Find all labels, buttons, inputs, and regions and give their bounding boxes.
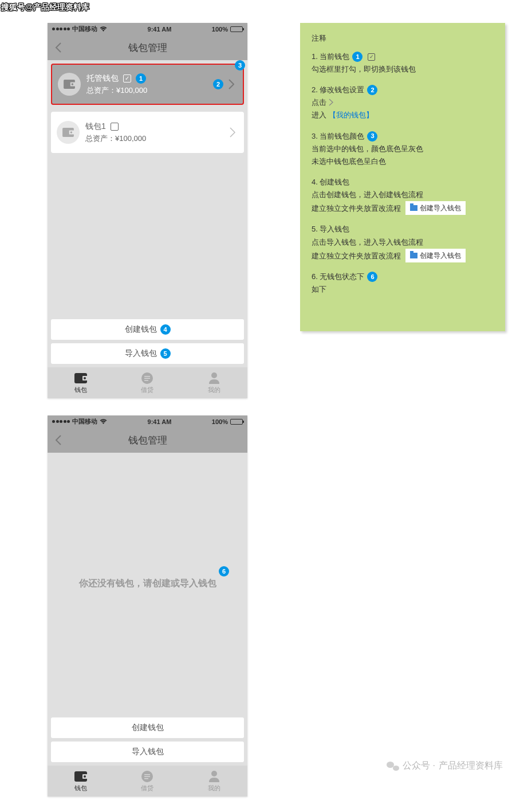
- my-wallet-link[interactable]: 【我的钱包】: [329, 111, 373, 119]
- ann-body: 如下: [312, 283, 494, 296]
- annotation-badge-6: 6: [367, 272, 377, 282]
- create-wallet-label: 创建钱包: [132, 723, 164, 733]
- folder-tag: 创建导入钱包: [405, 201, 466, 215]
- wallet-name: 钱包1: [85, 121, 106, 132]
- annotation-panel: 注释 1. 当前钱包 1 ✓ 勾选框里打勾，即切换到该钱包 2. 修改钱包设置 …: [300, 23, 505, 331]
- wallet-card-unselected[interactable]: 钱包1 总资产：¥100,000: [51, 112, 244, 153]
- nav-title: 钱包管理: [128, 434, 167, 447]
- watermark-bottom-prefix: 公众号 ·: [403, 760, 435, 772]
- annotation-title: 注释: [312, 32, 494, 45]
- svg-rect-20: [144, 778, 148, 779]
- import-wallet-button[interactable]: 导入钱包 5: [51, 343, 244, 364]
- carrier-label: 中国移动: [72, 417, 97, 426]
- create-wallet-button[interactable]: 创建钱包: [51, 717, 244, 738]
- annotation-item-4: 4. 创建钱包 点击创建钱包，进入创建钱包流程 建立独立文件夹放置改流程 创建导…: [312, 176, 494, 215]
- chevron-right-icon[interactable]: [226, 76, 237, 93]
- tab-bar: 钱包 借贷 我的: [48, 766, 247, 797]
- annotation-badge-1: 1: [136, 73, 146, 84]
- annotation-badge-4: 4: [160, 324, 171, 335]
- annotation-badge-3: 3: [235, 60, 245, 70]
- ann-body: 点击导入钱包，进入导入钱包流程: [312, 236, 494, 249]
- folder-tag: 创建导入钱包: [405, 249, 466, 262]
- empty-msg-text: 你还没有钱包，请创建或导入钱包: [79, 578, 216, 590]
- person-icon: [207, 770, 221, 783]
- status-bar: 中国移动 9:41 AM 100%: [48, 415, 247, 427]
- wallet-checkbox-unchecked[interactable]: [111, 123, 119, 131]
- svg-point-13: [211, 372, 217, 378]
- battery-icon: [230, 419, 243, 425]
- back-button[interactable]: [52, 39, 65, 56]
- tab-me[interactable]: 我的: [181, 367, 247, 398]
- wallet-card-selected[interactable]: 3 托管钱包 ✓ 1 总资产：¥100,000 2: [51, 64, 244, 105]
- ann-head-text: 2. 修改钱包设置: [312, 84, 364, 96]
- annotation-badge-2: 2: [367, 85, 377, 95]
- tab-loan-label: 借贷: [141, 784, 153, 793]
- tab-me-label: 我的: [208, 386, 220, 394]
- svg-point-8: [84, 377, 86, 379]
- back-button[interactable]: [52, 432, 65, 449]
- ann-body: 建立独立文件夹放置改流程: [312, 252, 401, 260]
- phone-mockup-wallet-list: 中国移动 9:41 AM 100% 钱包管理 3 托管钱包 ✓: [48, 23, 247, 398]
- wallet-icon: [74, 372, 88, 385]
- wallet-name: 托管钱包: [86, 73, 119, 84]
- annotation-item-1: 1. 当前钱包 1 ✓ 勾选框里打勾，即切换到该钱包: [312, 50, 494, 76]
- nav-title: 钱包管理: [128, 41, 167, 54]
- ann-body: 勾选框里打勾，即切换到该钱包: [312, 63, 494, 76]
- phone-mockup-empty-state: 中国移动 9:41 AM 100% 钱包管理 你还没有钱包，请创建或导入钱包 6…: [48, 415, 247, 797]
- wallet-checkbox-checked[interactable]: ✓: [123, 74, 131, 83]
- wallet-icon: [58, 73, 81, 96]
- import-wallet-label: 导入钱包: [125, 348, 157, 359]
- tab-loan[interactable]: 借贷: [114, 766, 180, 797]
- ann-body: 进入: [312, 111, 326, 119]
- tab-me[interactable]: 我的: [181, 766, 247, 797]
- tab-wallet[interactable]: 钱包: [48, 367, 114, 398]
- chevron-right-icon[interactable]: [227, 124, 238, 141]
- person-icon: [207, 372, 221, 385]
- carrier-label: 中国移动: [72, 25, 97, 33]
- tab-wallet-label: 钱包: [74, 784, 87, 793]
- ann-head-text: 1. 当前钱包: [312, 50, 349, 63]
- wallet-icon: [74, 770, 88, 783]
- ann-body: 未选中钱包底色呈白色: [312, 155, 494, 168]
- annotation-badge-6: 6: [219, 566, 229, 576]
- svg-rect-10: [144, 376, 150, 377]
- svg-rect-18: [144, 774, 150, 775]
- annotation-badge-5: 5: [160, 348, 171, 359]
- battery-icon: [230, 26, 243, 32]
- checkbox-icon: ✓: [368, 53, 375, 61]
- tab-loan[interactable]: 借贷: [114, 367, 180, 398]
- ann-body: 点击创建钱包，进入创建钱包流程: [312, 189, 494, 201]
- folder-icon: [410, 205, 417, 211]
- assets-value: ¥100,000: [115, 134, 146, 143]
- watermark-bottom-name: 产品经理资料库: [439, 760, 503, 772]
- annotation-item-5: 5. 导入钱包 点击导入钱包，进入导入钱包流程 建立独立文件夹放置改流程 创建导…: [312, 223, 494, 262]
- tab-wallet[interactable]: 钱包: [48, 766, 114, 797]
- tab-loan-label: 借贷: [141, 386, 153, 394]
- import-wallet-button[interactable]: 导入钱包: [51, 742, 244, 762]
- annotation-item-3: 3. 当前钱包颜色 3 当前选中的钱包，颜色底色呈灰色 未选中钱包底色呈白色: [312, 130, 494, 168]
- assets-value: ¥100,000: [116, 86, 147, 95]
- svg-rect-12: [144, 380, 148, 381]
- assets-label: 总资产：: [86, 86, 116, 95]
- create-wallet-label: 创建钱包: [125, 324, 157, 335]
- nav-bar: 钱包管理: [48, 35, 247, 60]
- annotation-badge-1: 1: [352, 52, 363, 62]
- svg-point-21: [211, 771, 217, 776]
- signal-icon: [52, 420, 70, 423]
- wallet-icon: [57, 121, 80, 144]
- ann-head-text: 6. 无钱包状态下: [312, 270, 364, 283]
- ann-body: 建立独立文件夹放置改流程: [312, 204, 401, 213]
- folder-label: 创建导入钱包: [420, 250, 461, 261]
- watermark-top: 搜狐号@产品经理资料库: [1, 2, 89, 13]
- create-wallet-button[interactable]: 创建钱包 4: [51, 319, 244, 340]
- wechat-icon: [387, 761, 399, 771]
- svg-point-5: [70, 131, 73, 134]
- folder-icon: [410, 253, 417, 258]
- battery-percent: 100%: [212, 418, 228, 425]
- status-bar: 中国移动 9:41 AM 100%: [48, 23, 247, 35]
- import-wallet-label: 导入钱包: [132, 747, 164, 757]
- svg-point-2: [72, 83, 74, 85]
- ann-head-text: 3. 当前钱包颜色: [312, 130, 364, 143]
- annotation-badge-2: 2: [213, 79, 223, 89]
- signal-icon: [52, 28, 70, 30]
